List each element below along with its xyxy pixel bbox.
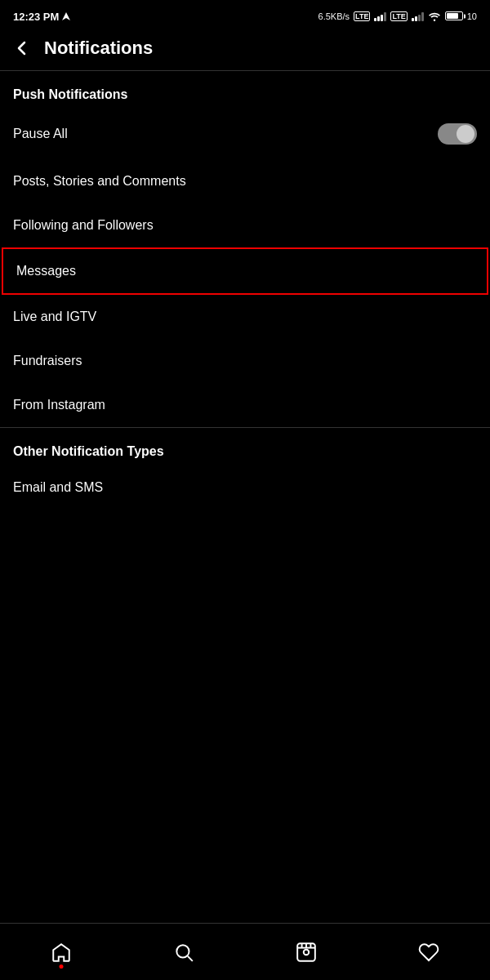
back-arrow-icon [13, 39, 31, 57]
home-notification-dot [60, 964, 64, 969]
toggle-thumb [457, 125, 474, 143]
wifi-icon [428, 11, 441, 21]
following-label: Following and Followers [13, 218, 154, 233]
pause-all-label: Pause All [13, 127, 68, 141]
battery-icon [445, 11, 463, 20]
menu-item-messages[interactable]: Messages [2, 247, 488, 295]
signal-bars-1 [374, 11, 386, 21]
home-icon [51, 942, 72, 963]
svg-marker-0 [62, 12, 70, 20]
menu-item-live-igtv[interactable]: Live and IGTV [0, 295, 490, 339]
nav-activity[interactable] [409, 933, 448, 972]
nav-search[interactable] [164, 933, 203, 972]
speed-indicator: 6.5KB/s [318, 11, 350, 21]
top-nav: Notifications [0, 29, 490, 70]
fundraisers-label: Fundraisers [13, 354, 82, 368]
svg-point-1 [176, 945, 189, 957]
other-notifications-section: Other Notification Types Email and SMS [0, 428, 490, 510]
status-time: 12:23 PM [13, 11, 70, 23]
lte-badge-1: LTE [354, 11, 370, 22]
posts-stories-label: Posts, Stories and Comments [13, 174, 186, 189]
svg-point-4 [304, 949, 310, 955]
menu-item-pause-all[interactable]: Pause All [0, 109, 490, 159]
from-instagram-label: From Instagram [13, 398, 105, 412]
heart-icon [418, 942, 439, 963]
other-section-header: Other Notification Types [0, 428, 490, 466]
status-right: 6.5KB/s LTE LTE 10 [318, 11, 477, 22]
menu-item-following[interactable]: Following and Followers [0, 203, 490, 247]
menu-item-posts-stories[interactable]: Posts, Stories and Comments [0, 159, 490, 203]
signal-bars-2 [412, 11, 424, 21]
menu-item-email-sms[interactable]: Email and SMS [0, 466, 490, 510]
menu-item-fundraisers[interactable]: Fundraisers [0, 339, 490, 383]
reels-icon [296, 942, 317, 963]
lte-badge-2: LTE [390, 11, 407, 22]
push-notifications-section: Push Notifications Pause All Posts, Stor… [0, 71, 490, 427]
location-icon [62, 12, 70, 20]
search-icon [173, 942, 194, 963]
back-button[interactable] [13, 39, 31, 57]
svg-line-2 [188, 956, 193, 960]
nav-reels[interactable] [287, 933, 326, 972]
live-igtv-label: Live and IGTV [13, 310, 96, 324]
bottom-nav [0, 923, 490, 980]
pause-all-toggle[interactable] [438, 123, 477, 145]
page-title: Notifications [44, 38, 153, 59]
menu-item-from-instagram[interactable]: From Instagram [0, 383, 490, 427]
email-sms-label: Email and SMS [13, 480, 103, 495]
push-section-header: Push Notifications [0, 71, 490, 109]
battery-label: 10 [467, 11, 477, 21]
messages-label: Messages [16, 264, 76, 278]
nav-home[interactable] [42, 933, 81, 972]
status-bar: 12:23 PM 6.5KB/s LTE LTE [0, 0, 490, 29]
